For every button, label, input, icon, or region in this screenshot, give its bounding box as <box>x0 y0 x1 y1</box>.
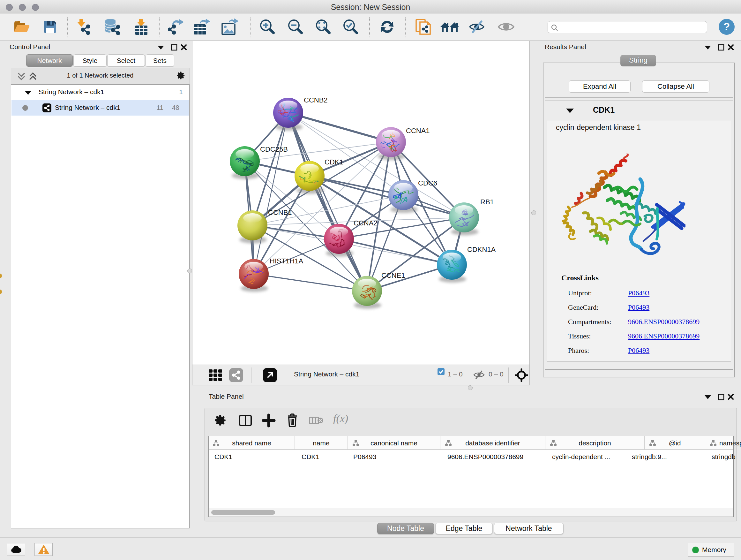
svg-text:?: ? <box>724 20 730 33</box>
svg-text:CDKN1A: CDKN1A <box>467 246 496 253</box>
svg-text:CCNB1: CCNB1 <box>268 208 292 216</box>
svg-text:HIST1H1A: HIST1H1A <box>270 257 303 265</box>
svg-text:CCNB2: CCNB2 <box>304 96 328 104</box>
svg-text:CDC25B: CDC25B <box>260 145 288 153</box>
svg-text:CCNA1: CCNA1 <box>406 127 430 135</box>
svg-text:RB1: RB1 <box>480 198 494 206</box>
svg-text:CDC6: CDC6 <box>418 179 437 187</box>
svg-text:CCNA2: CCNA2 <box>354 219 378 227</box>
svg-text:CDK1: CDK1 <box>325 158 343 166</box>
svg-text:CCNE1: CCNE1 <box>381 271 405 279</box>
